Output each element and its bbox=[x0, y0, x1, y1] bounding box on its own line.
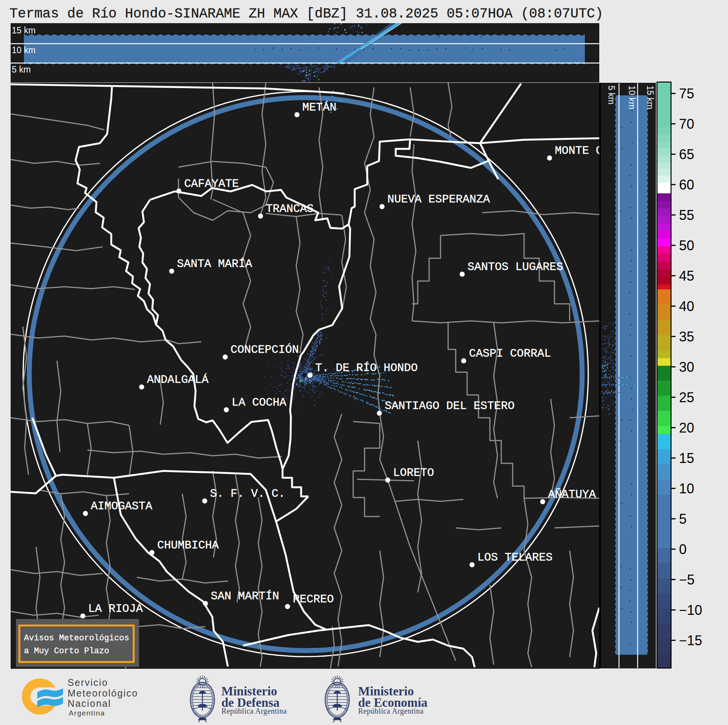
svg-text:Meteorológico: Meteorológico bbox=[68, 688, 138, 698]
svg-text:República Argentina: República Argentina bbox=[221, 707, 287, 716]
svg-text:Servicio: Servicio bbox=[68, 677, 108, 688]
svg-text:República Argentina: República Argentina bbox=[358, 707, 423, 716]
svg-text:Nacional: Nacional bbox=[68, 698, 111, 709]
svg-text:Argentina: Argentina bbox=[69, 709, 105, 717]
